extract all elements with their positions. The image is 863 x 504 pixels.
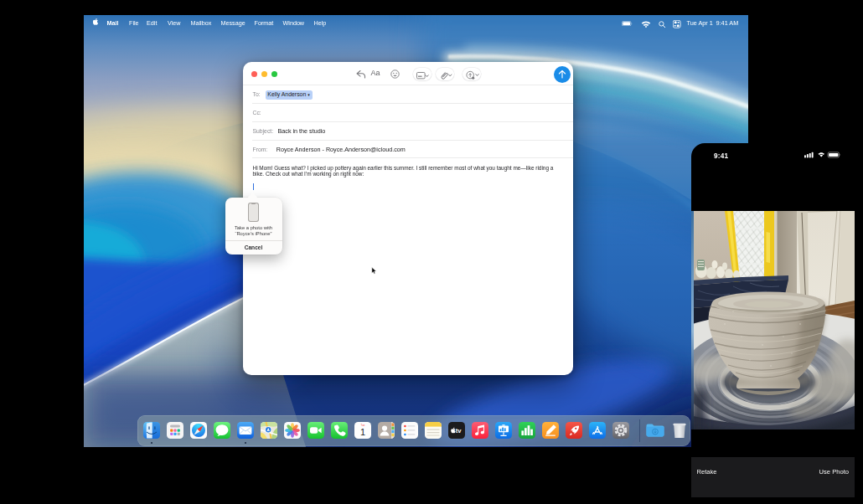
svg-text:tv: tv: [456, 427, 463, 435]
svg-text:9:41: 9:41: [714, 152, 728, 160]
svg-text:1: 1: [360, 426, 365, 436]
